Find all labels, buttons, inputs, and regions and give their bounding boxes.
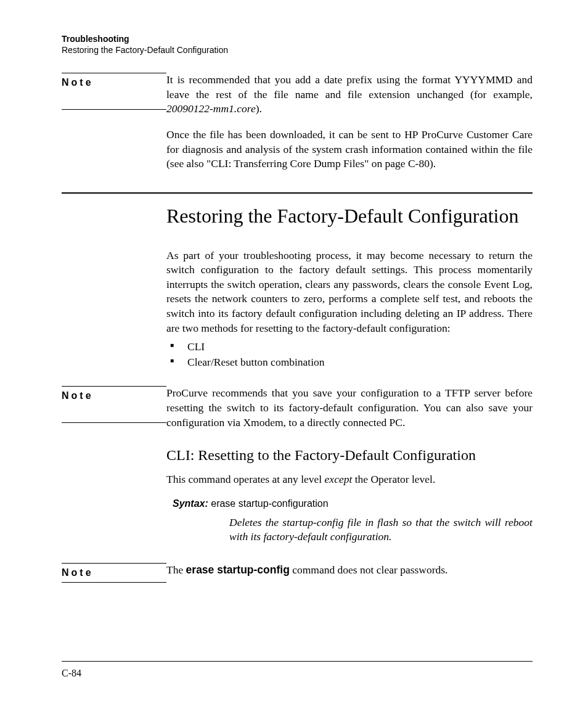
section: Restoring the Factory-Default Configurat…	[62, 194, 533, 372]
list-item: Clear/Reset button combination	[166, 356, 533, 369]
note-label: Note	[62, 390, 94, 401]
note3-a: The	[166, 564, 186, 576]
syntax-block: Syntax: erase startup-configuration Dele…	[173, 498, 533, 544]
syntax-keyword: Syntax:	[173, 498, 208, 509]
note-block-1: Note It is recommended that you add a da…	[62, 73, 533, 117]
subsection: CLI: Resetting to the Factory-Default Co…	[62, 430, 533, 544]
page: Troubleshooting Restoring the Factory-De…	[0, 0, 588, 706]
note-side: Note	[62, 563, 166, 583]
note-block-3: Note The erase startup-config command do…	[62, 563, 533, 583]
note-side: Note	[62, 386, 166, 423]
footer-rule	[62, 661, 533, 662]
note1-text-b: ).	[256, 102, 262, 115]
list-item: CLI	[166, 340, 533, 353]
note1-ital: 20090122-mm1.core	[166, 102, 256, 115]
note-body: It is recommended that you add a date pr…	[166, 73, 533, 117]
method-list: CLI Clear/Reset button combination	[166, 340, 533, 369]
note3-b: command does not clear passwords.	[290, 564, 448, 576]
syntax-command: erase startup-configuration	[208, 498, 329, 509]
note-label: Note	[62, 77, 94, 88]
note-body: ProCurve recommends that you save your c…	[166, 386, 533, 430]
note-side: Note	[62, 73, 166, 110]
running-head-subtitle: Restoring the Factory-Default Configurat…	[62, 45, 533, 56]
note-body: The erase startup-config command does no…	[166, 563, 533, 578]
section-title: Restoring the Factory-Default Configurat…	[166, 205, 533, 228]
sub-intro: This command operates at any level excep…	[166, 472, 533, 487]
syntax-desc: Deletes the startup-config file in flash…	[229, 515, 533, 544]
after-note-1: Once the file has been downloaded, it ca…	[62, 128, 533, 171]
running-head: Troubleshooting Restoring the Factory-De…	[62, 34, 533, 55]
note-label: Note	[62, 567, 94, 578]
subsection-title: CLI: Resetting to the Factory-Default Co…	[166, 447, 533, 464]
note1-text-a: It is recommended that you add a date pr…	[166, 73, 533, 101]
note-block-2: Note ProCurve recommends that you save y…	[62, 386, 533, 430]
sub-intro-b: the Operator level.	[352, 473, 435, 485]
sub-intro-a: This command operates at any level	[166, 473, 325, 485]
page-number: C-84	[62, 668, 81, 679]
after-note-1-text: Once the file has been downloaded, it ca…	[166, 128, 533, 171]
section-intro: As part of your troubleshooting process,…	[166, 248, 533, 336]
sub-intro-ital: except	[325, 473, 353, 485]
note3-bold: erase startup-config	[186, 564, 290, 576]
running-head-title: Troubleshooting	[62, 34, 533, 45]
syntax-line: Syntax: erase startup-configuration	[173, 498, 533, 509]
